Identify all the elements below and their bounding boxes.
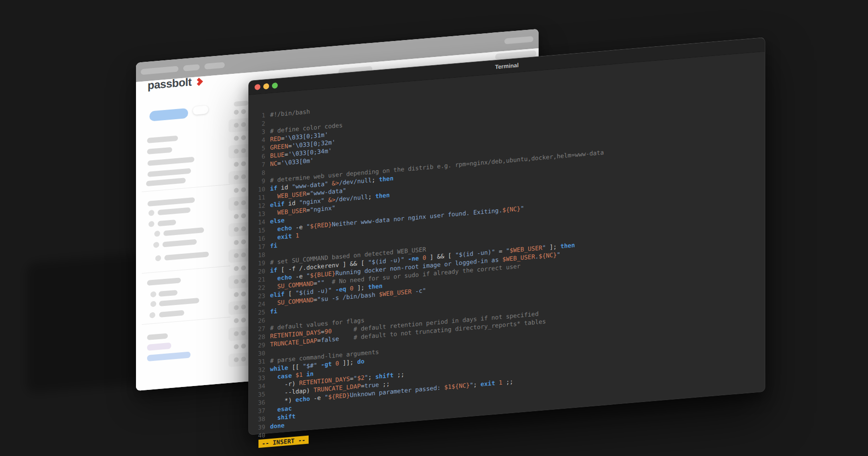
line-number: 3 — [254, 127, 265, 137]
code-text: done — [270, 421, 285, 431]
row-icon-dot — [241, 304, 246, 310]
create-button-skeleton[interactable] — [149, 108, 188, 122]
row-icon-dot — [241, 135, 246, 140]
sidebar-item-icon-skeleton — [150, 291, 156, 297]
line-number: 39 — [254, 423, 265, 432]
row-icon-dot — [241, 265, 246, 271]
row-icon-dot — [241, 148, 246, 153]
line-number: 31 — [254, 357, 265, 366]
browser-tab-skeleton[interactable] — [183, 64, 200, 71]
tag-pill-skeleton[interactable] — [147, 343, 171, 351]
sidebar-item-skeleton[interactable] — [164, 251, 209, 261]
line-number: 8 — [254, 168, 265, 178]
sidebar-item-skeleton[interactable] — [159, 310, 184, 318]
line-number: 24 — [254, 300, 265, 309]
sidebar-item-skeleton[interactable] — [163, 227, 204, 236]
row-icon-dot — [241, 344, 246, 349]
row-icon-dot — [234, 201, 239, 206]
row-icon-dot — [234, 175, 239, 180]
row-icon-dot — [234, 214, 239, 219]
vim-editor[interactable]: 1#!/bin/bash23# define color codes4RED='… — [249, 52, 765, 435]
row-icon-dot — [234, 253, 239, 258]
browser-tab-skeleton[interactable] — [204, 62, 225, 70]
sidebar-item-skeleton[interactable] — [148, 157, 194, 166]
line-number: 7 — [254, 160, 265, 169]
row-icon-dot — [241, 239, 246, 245]
sidebar-item-skeleton[interactable] — [158, 207, 190, 216]
line-number: 12 — [254, 201, 265, 210]
sidebar-divider — [142, 317, 231, 325]
line-number: 19 — [254, 259, 265, 268]
row-icon-dot — [241, 161, 246, 166]
row-icon-dot — [241, 226, 246, 232]
line-number: 11 — [254, 193, 265, 202]
line-number: 40 — [254, 431, 265, 440]
row-icon-dot — [234, 136, 239, 141]
line-number: 6 — [254, 152, 265, 161]
terminal-window: Terminal 1#!/bin/bash23# define color co… — [248, 37, 765, 435]
line-number: 33 — [254, 373, 265, 383]
sidebar-item-skeleton[interactable] — [148, 168, 191, 177]
sidebar-item-skeleton[interactable] — [158, 220, 176, 226]
line-number: 37 — [254, 406, 265, 415]
line-number: 13 — [254, 209, 265, 219]
line-number: 5 — [254, 144, 265, 153]
line-number: 16 — [254, 234, 265, 243]
sidebar-item-skeleton[interactable] — [163, 239, 197, 247]
row-icon-dot — [234, 162, 239, 167]
row-icon-dot — [241, 109, 246, 114]
row-icon-dot — [234, 305, 239, 310]
line-number: 14 — [254, 218, 265, 227]
line-number: 17 — [254, 242, 265, 251]
sidebar-item-icon-skeleton — [149, 221, 154, 227]
row-icon-dot — [234, 266, 239, 271]
code-text: fi — [270, 241, 277, 250]
line-number: 18 — [254, 250, 265, 260]
code-text: fi — [270, 307, 277, 316]
line-number: 10 — [254, 185, 265, 194]
row-icon-dot — [241, 213, 246, 219]
line-number: 30 — [254, 349, 265, 358]
filter-pill-skeleton[interactable] — [193, 105, 208, 115]
row-icon-dot — [234, 240, 239, 245]
line-number: 34 — [254, 382, 265, 391]
sidebar-item-skeleton[interactable] — [146, 178, 186, 186]
tag-pill-skeleton[interactable] — [147, 352, 190, 362]
sidebar-item-icon-skeleton — [149, 210, 154, 216]
line-number: 4 — [254, 136, 265, 145]
sidebar-item-skeleton[interactable] — [147, 333, 168, 340]
line-number: 1 — [254, 111, 265, 120]
row-icon-dot — [234, 123, 239, 128]
row-icon-dot — [234, 357, 239, 362]
line-number: 29 — [254, 341, 265, 350]
line-number: 28 — [254, 332, 265, 342]
row-icon-dot — [234, 188, 239, 193]
sidebar-item-skeleton[interactable] — [159, 298, 199, 306]
sidebar-item-skeleton[interactable] — [148, 197, 195, 207]
browser-tab-skeleton[interactable] — [141, 66, 178, 75]
sidebar-item-skeleton[interactable] — [147, 277, 181, 286]
sidebar-item-skeleton[interactable] — [147, 136, 178, 143]
line-number: 25 — [254, 308, 265, 317]
browser-tab-skeleton[interactable] — [504, 36, 533, 44]
row-icon-dot — [241, 278, 246, 284]
line-number: 36 — [254, 398, 265, 407]
row-icon-dot — [234, 149, 239, 154]
row-icon-dot — [234, 227, 239, 232]
sidebar-item-icon-skeleton — [153, 242, 159, 248]
line-number: 20 — [254, 267, 265, 276]
sidebar-item-icon-skeleton — [154, 231, 160, 237]
sidebar-item-skeleton[interactable] — [159, 290, 177, 297]
line-number: 21 — [254, 275, 265, 284]
row-icon-dot — [234, 344, 239, 349]
sidebar-item-icon-skeleton — [155, 255, 161, 262]
passbolt-arrow-icon — [194, 77, 203, 87]
row-icon-dot — [241, 174, 246, 180]
row-icon-dot — [241, 122, 246, 127]
sidebar-item-skeleton[interactable] — [147, 147, 172, 154]
line-number: 22 — [254, 283, 265, 292]
row-icon-dot — [241, 187, 246, 193]
line-number: 23 — [254, 291, 265, 301]
sidebar-item-icon-skeleton — [150, 301, 156, 307]
sidebar-item-icon-skeleton — [149, 312, 155, 318]
